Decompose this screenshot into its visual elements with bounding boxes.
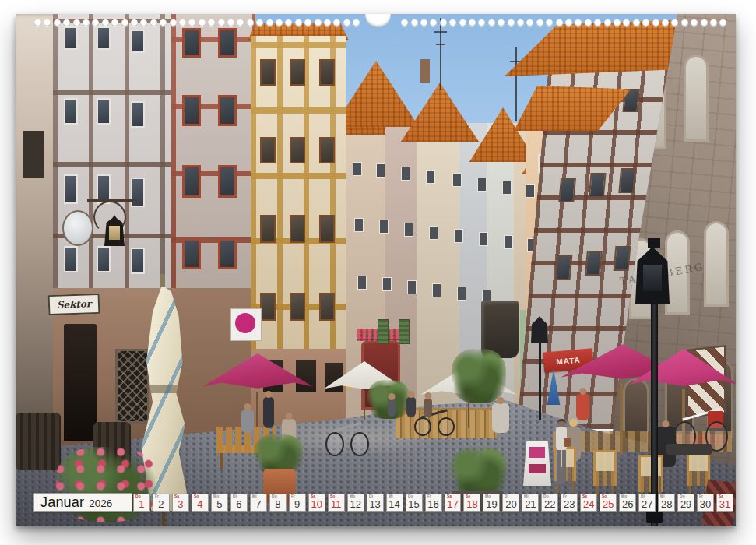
calendar-day-cell: So4 (192, 494, 209, 512)
day-number: 25 (600, 498, 616, 510)
aframe-poster (529, 464, 546, 473)
punch-hole (179, 19, 186, 26)
window (376, 164, 385, 178)
punch-hole (170, 19, 177, 26)
calendar-day-cell: Mi7 (250, 494, 267, 512)
window (319, 59, 335, 86)
window (218, 165, 237, 198)
punch-hole (256, 19, 263, 26)
cafe-chair (593, 450, 617, 486)
punch-hole (575, 19, 582, 26)
punch-hole (662, 19, 669, 26)
day-number: 23 (561, 498, 577, 510)
day-number: 30 (698, 498, 713, 510)
cargo-bicycle (414, 403, 455, 436)
day-number: 2 (153, 498, 169, 510)
gable-roof (333, 61, 419, 127)
calendar-day-cell: Mi14 (386, 494, 403, 512)
bench-leg (220, 453, 223, 469)
green-bush (452, 349, 506, 403)
punch-hole (508, 19, 515, 26)
red-frame-house (171, 14, 255, 310)
window (618, 168, 636, 193)
bicycle-frame (332, 422, 361, 432)
punch-hole (430, 19, 437, 26)
year-label: 2026 (89, 498, 112, 509)
window (182, 28, 201, 58)
window (454, 229, 463, 243)
day-number: 29 (678, 498, 694, 510)
window (479, 232, 488, 246)
calendar-day-cell: Mi28 (658, 494, 675, 512)
calendar-day-cell: So11 (328, 494, 345, 512)
punch-hole (353, 19, 360, 26)
window (589, 173, 607, 198)
window (64, 98, 78, 125)
punch-hole (333, 19, 340, 26)
punch-hole (710, 19, 717, 26)
day-number: 22 (542, 498, 557, 510)
round-shop-sign (62, 210, 93, 246)
window (457, 287, 466, 301)
calendar-day-cell: Sa24 (580, 494, 597, 512)
punch-hole (440, 19, 447, 26)
window (357, 276, 367, 290)
calendar-day-cell: Do1 (133, 494, 150, 512)
walking-woman (551, 419, 571, 500)
punch-hole (218, 19, 225, 26)
calendar-day-cell: Sa17 (445, 494, 462, 512)
window (477, 178, 487, 192)
punch-hole (83, 19, 90, 26)
punch-hole (285, 19, 292, 26)
day-number: 26 (620, 498, 635, 510)
day-number: 1 (134, 498, 149, 510)
window (97, 98, 111, 125)
calendar-day-cell: Do15 (406, 494, 423, 512)
chimney (420, 59, 430, 83)
window (290, 137, 305, 164)
day-number: 4 (192, 498, 208, 510)
woman-leg (562, 450, 566, 483)
punch-hole (266, 19, 273, 26)
green-shutter (378, 319, 389, 344)
punch-hole (420, 19, 427, 26)
calendar-day-cell: Fr30 (697, 494, 714, 512)
punch-hole (102, 19, 109, 26)
calendar-product-mockup: Sektor TAFELBERG MATA (0, 0, 756, 545)
punch-hole (604, 19, 611, 26)
day-number: 27 (639, 498, 655, 510)
window (354, 218, 364, 232)
calendar-day-cell: Di6 (230, 494, 248, 512)
pedestrian (388, 399, 396, 417)
punch-hole (469, 19, 476, 26)
wicker-barrel (16, 413, 61, 470)
day-number: 11 (329, 498, 344, 510)
calendar-day-cell: Sa10 (308, 494, 325, 512)
punch-hole (459, 19, 466, 26)
punch-hole (92, 19, 99, 26)
window (319, 293, 335, 321)
day-number: 15 (406, 498, 422, 510)
cover-photo-old-town-street: Sektor TAFELBERG MATA (16, 14, 736, 526)
window (452, 173, 462, 187)
calendar-day-cell: Sa3 (172, 494, 189, 512)
cafe-table (666, 444, 712, 455)
punch-hole (343, 19, 350, 26)
window (382, 277, 392, 291)
calendar-day-cell: Mo19 (483, 494, 500, 512)
punch-hole (488, 19, 495, 26)
woman-leg (557, 450, 561, 484)
day-number: 19 (483, 498, 499, 510)
calendar-day-cell: Mo12 (347, 494, 364, 512)
dark-doorway (64, 324, 97, 441)
calendar-day-cell: Di13 (367, 494, 384, 512)
punch-hole (188, 19, 195, 26)
punch-hole (150, 19, 157, 26)
punch-hole (324, 19, 331, 26)
window (64, 246, 78, 272)
window (325, 363, 343, 392)
window (526, 184, 535, 198)
window (97, 246, 111, 272)
magenta-badge (235, 313, 255, 333)
day-number: 31 (717, 498, 733, 510)
